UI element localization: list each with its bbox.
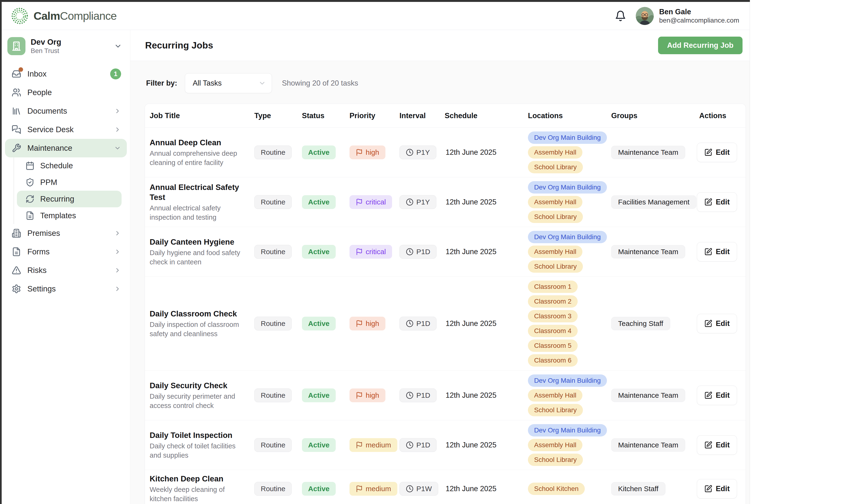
edit-button-label: Edit	[715, 441, 730, 449]
sidebar-item-forms[interactable]: Forms	[5, 242, 127, 261]
actions-cell: Edit	[688, 242, 746, 262]
type-badge: Routine	[254, 317, 292, 331]
schedule-cell: 12th June 2025	[443, 439, 526, 451]
sidebar-item-templates[interactable]: Templates	[17, 207, 122, 224]
table-row: Kitchen Deep Clean Weekly deep cleaning …	[145, 470, 746, 504]
clock-icon	[406, 198, 413, 206]
column-header-actions: Actions	[688, 112, 746, 120]
interval-label: P1D	[417, 391, 430, 399]
type-cell: Routine	[253, 388, 300, 402]
priority-cell: medium	[347, 482, 398, 496]
interval-cell: P1W	[398, 482, 443, 496]
org-subtitle: Ben Trust	[31, 47, 61, 55]
status-cell: Active	[300, 388, 347, 402]
status-badge: Active	[302, 195, 336, 209]
interval-label: P1Y	[417, 148, 430, 157]
edit-button[interactable]: Edit	[697, 435, 737, 455]
status-cell: Active	[300, 195, 347, 209]
edit-button[interactable]: Edit	[697, 479, 737, 499]
org-switcher[interactable]: Dev Org Ben Trust	[5, 35, 127, 57]
location-pill: Dev Org Main Building	[528, 231, 607, 243]
schedule-date: 12th June 2025	[445, 248, 497, 256]
edit-button[interactable]: Edit	[697, 314, 737, 333]
table-row: Annual Electrical Safety Test Annual ele…	[145, 177, 746, 227]
interval-badge: P1W	[399, 482, 438, 496]
sidebar-subitem-icon	[25, 178, 34, 187]
locations-list: Dev Org Main BuildingAssembly HallSchool…	[528, 375, 607, 416]
location-pill: School Library	[528, 454, 583, 466]
column-header-priority: Priority	[347, 112, 398, 120]
sidebar-subitem-icon	[25, 161, 34, 170]
edit-button[interactable]: Edit	[697, 192, 737, 212]
table-row: Daily Security Check Daily security peri…	[145, 371, 746, 420]
sidebar-item-settings[interactable]: Settings	[5, 279, 127, 298]
locations-cell: Dev Org Main BuildingAssembly HallSchool…	[526, 375, 609, 416]
interval-label: P1D	[417, 320, 430, 328]
interval-cell: P1Y	[398, 146, 443, 159]
sidebar-item-ppm[interactable]: PPM	[17, 174, 122, 191]
sidebar: Dev Org Ben Trust Inbox 1 People Documen…	[2, 30, 130, 504]
edit-button-label: Edit	[715, 484, 730, 493]
group-pill: Maintenance Team	[611, 245, 685, 259]
window-left-edge	[0, 0, 2, 504]
table-row: Daily Toilet Inspection Daily check of t…	[145, 420, 746, 470]
add-recurring-job-button[interactable]: Add Recurring Job	[658, 37, 743, 54]
groups-cell: Kitchen Staff	[609, 482, 688, 495]
edit-button[interactable]: Edit	[697, 386, 737, 405]
chevron-right-icon	[114, 126, 121, 133]
job-title: Annual Electrical Safety Test	[149, 182, 246, 202]
flag-icon	[356, 198, 363, 206]
avatar	[636, 7, 654, 25]
user-menu[interactable]: Ben Gale ben@calmcompliance.com	[636, 7, 739, 25]
main-area: Recurring Jobs Add Recurring Job Filter …	[130, 30, 750, 504]
table-row: Daily Canteen Hygiene Daily hygiene and …	[145, 227, 746, 277]
sidebar-item-inbox[interactable]: Inbox 1	[5, 65, 127, 83]
priority-label: medium	[366, 485, 391, 493]
type-cell: Routine	[253, 482, 300, 496]
sidebar-item-schedule[interactable]: Schedule	[17, 157, 122, 174]
job-title: Daily Security Check	[149, 381, 243, 391]
sidebar-item-maintenance[interactable]: Maintenance	[5, 139, 127, 157]
sidebar-item-icon	[12, 247, 21, 256]
sidebar-item-label: Settings	[27, 284, 56, 293]
locations-cell: Classroom 1Classroom 2Classroom 3Classro…	[526, 280, 609, 367]
column-header-locations: Locations	[526, 112, 609, 120]
schedule-date: 12th June 2025	[445, 148, 497, 157]
status-badge: Active	[302, 438, 336, 452]
status-badge: Active	[302, 245, 336, 259]
window-top-edge	[0, 0, 750, 2]
table-row: Daily Classroom Check Daily inspection o…	[145, 277, 746, 371]
priority-badge: medium	[349, 438, 397, 452]
location-pill: School Kitchen	[528, 483, 585, 495]
sidebar-item-recurring[interactable]: Recurring	[17, 191, 122, 207]
sidebar-item-label: Premises	[27, 229, 60, 238]
edit-button[interactable]: Edit	[697, 242, 737, 262]
interval-badge: P1D	[399, 245, 436, 259]
priority-badge: high	[349, 146, 386, 159]
sidebar-item-documents[interactable]: Documents	[5, 102, 127, 120]
interval-label: P1D	[417, 441, 430, 449]
status-cell: Active	[300, 317, 347, 331]
location-pill: Classroom 2	[528, 295, 578, 308]
task-filter-select[interactable]: All Tasks	[185, 73, 272, 93]
chevron-down-icon	[114, 42, 122, 50]
sidebar-item-service-desk[interactable]: Service Desk	[5, 120, 127, 139]
groups-cell: Facilities Management	[609, 195, 688, 209]
status-cell: Active	[300, 438, 347, 452]
sidebar-item-people[interactable]: People	[5, 83, 127, 102]
priority-badge: critical	[349, 195, 392, 209]
sidebar-item-premises[interactable]: Premises	[5, 224, 127, 242]
interval-label: P1Y	[417, 198, 430, 206]
sidebar-item-risks[interactable]: Risks	[5, 261, 127, 279]
task-filter-value: All Tasks	[193, 79, 222, 88]
sidebar-subitem-label: Schedule	[40, 161, 73, 170]
brand-logo-icon	[11, 7, 29, 25]
status-cell: Active	[300, 245, 347, 259]
chevron-right-icon	[114, 267, 121, 274]
notification-dot	[19, 67, 23, 72]
unread-count-badge: 1	[110, 68, 121, 79]
edit-icon	[704, 441, 712, 449]
edit-button[interactable]: Edit	[697, 142, 737, 162]
notifications-button[interactable]	[615, 10, 626, 22]
priority-label: critical	[366, 248, 386, 256]
